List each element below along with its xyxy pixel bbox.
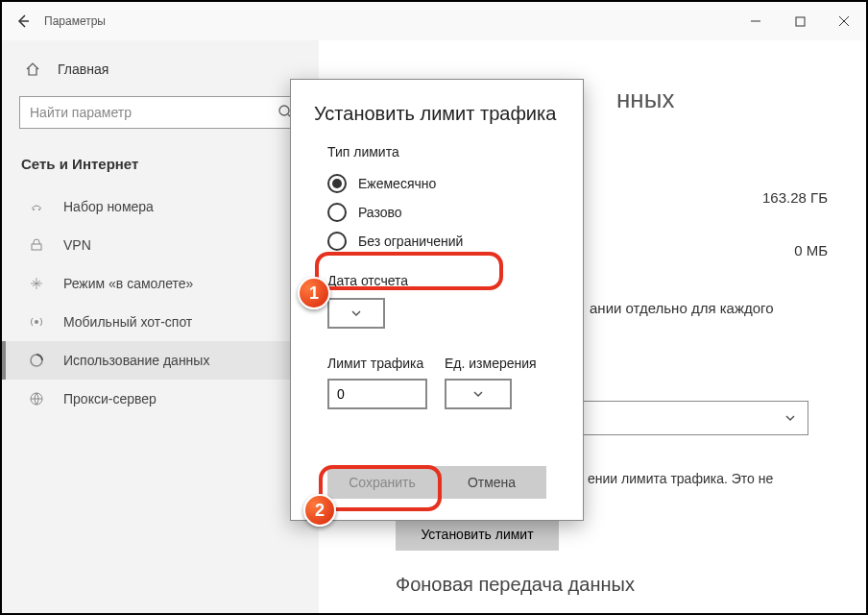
dialup-icon <box>29 199 46 214</box>
back-button[interactable] <box>2 2 44 40</box>
sidebar-item-data-usage[interactable]: Использование данных <box>2 341 319 380</box>
search-input[interactable]: Найти параметр <box>19 96 301 129</box>
sidebar-item-dialup[interactable]: Набор номера <box>2 187 319 226</box>
sidebar-item-airplane[interactable]: Режим «в самолете» <box>2 264 319 303</box>
radio-label: Разово <box>358 205 402 220</box>
date-label: Дата отсчета <box>327 273 583 288</box>
svg-rect-4 <box>32 244 41 250</box>
window-title: Параметры <box>44 14 106 28</box>
chevron-down-icon <box>472 388 484 400</box>
sidebar-item-label: Мобильный хот-спот <box>63 314 192 330</box>
limit-type-label: Тип лимита <box>327 144 583 160</box>
svg-point-5 <box>35 320 38 324</box>
set-limit-label: Установить лимит <box>421 527 533 542</box>
limit-amount-column: Лимит трафика 0 <box>327 356 427 409</box>
svg-rect-0 <box>796 17 805 26</box>
cancel-button[interactable]: Отмена <box>437 466 546 499</box>
dialog-title: Установить лимит трафика <box>314 103 560 125</box>
sidebar-item-label: Прокси-сервер <box>63 391 157 406</box>
usage-value-2: 0 МБ <box>794 242 828 258</box>
limit-unit-select[interactable] <box>445 379 512 409</box>
save-button[interactable]: Сохранить <box>327 466 437 499</box>
sidebar-item-label: Использование данных <box>63 353 209 368</box>
limit-unit-column: Ед. измерения <box>445 356 537 409</box>
set-limit-dialog: Установить лимит трафика Тип лимита Ежем… <box>290 79 584 521</box>
maximize-icon <box>795 16 806 27</box>
sidebar-item-label: Режим «в самолете» <box>63 276 193 291</box>
sidebar-item-proxy[interactable]: Прокси-сервер <box>2 380 319 418</box>
limit-inputs-row: Лимит трафика 0 Ед. измерения <box>327 356 583 409</box>
svg-point-2 <box>33 209 35 210</box>
home-icon <box>25 62 42 77</box>
radio-icon <box>327 232 347 251</box>
svg-point-3 <box>38 209 40 210</box>
data-usage-icon <box>29 353 46 368</box>
date-select[interactable] <box>327 298 385 329</box>
radio-icon <box>327 174 347 193</box>
titlebar: Параметры <box>2 2 866 40</box>
chevron-down-icon <box>784 412 796 424</box>
close-icon <box>838 15 850 27</box>
chevron-down-icon <box>350 308 362 319</box>
radio-unlimited[interactable]: Без ограничений <box>291 227 583 256</box>
window-controls <box>734 2 866 40</box>
radio-icon <box>327 203 347 222</box>
dialog-buttons: Сохранить Отмена <box>327 466 546 499</box>
radio-monthly[interactable]: Ежемесячно <box>291 169 583 198</box>
search-placeholder: Найти параметр <box>30 105 132 120</box>
radio-label: Без ограничений <box>358 234 463 249</box>
limit-amount-label: Лимит трафика <box>327 356 427 371</box>
sidebar-item-label: Набор номера <box>63 199 154 214</box>
sidebar-item-label: VPN <box>63 237 91 253</box>
svg-point-1 <box>279 106 289 115</box>
set-limit-button[interactable]: Установить лимит <box>396 518 559 551</box>
sidebar-section-header: Сеть и Интернет <box>2 150 319 187</box>
app-window: Параметры Главная Найти параметр <box>0 0 868 615</box>
sidebar-home-label: Главная <box>58 62 108 77</box>
minimize-button[interactable] <box>734 2 778 40</box>
radio-once[interactable]: Разово <box>291 198 583 227</box>
background-data-heading: Фоновая передача данных <box>396 574 635 596</box>
arrow-left-icon <box>15 13 31 29</box>
proxy-icon <box>29 391 46 406</box>
sidebar: Главная Найти параметр Сеть и Интернет Н… <box>2 40 319 613</box>
limit-unit-label: Ед. измерения <box>445 356 537 371</box>
usage-value-1: 163.28 ГБ <box>762 189 828 206</box>
limit-amount-value: 0 <box>337 386 345 402</box>
sidebar-home[interactable]: Главная <box>2 52 319 86</box>
maximize-button[interactable] <box>778 2 822 40</box>
sidebar-item-hotspot[interactable]: Мобильный хот-спот <box>2 303 319 341</box>
hotspot-icon <box>29 314 46 330</box>
desc-fragment: ании отдельно для каждого <box>590 300 774 316</box>
radio-label: Ежемесячно <box>358 176 436 191</box>
limit-amount-input[interactable]: 0 <box>327 379 427 409</box>
sidebar-item-vpn[interactable]: VPN <box>2 226 319 264</box>
vpn-icon <box>29 237 46 253</box>
close-button[interactable] <box>822 2 866 40</box>
cancel-label: Отмена <box>468 475 516 490</box>
minimize-icon <box>750 15 761 27</box>
page-title-fragment: нных <box>616 85 837 114</box>
save-label: Сохранить <box>349 475 416 490</box>
limit-hint-fragment: ении лимита трафика. Это не <box>588 471 773 486</box>
airplane-icon <box>29 276 46 291</box>
